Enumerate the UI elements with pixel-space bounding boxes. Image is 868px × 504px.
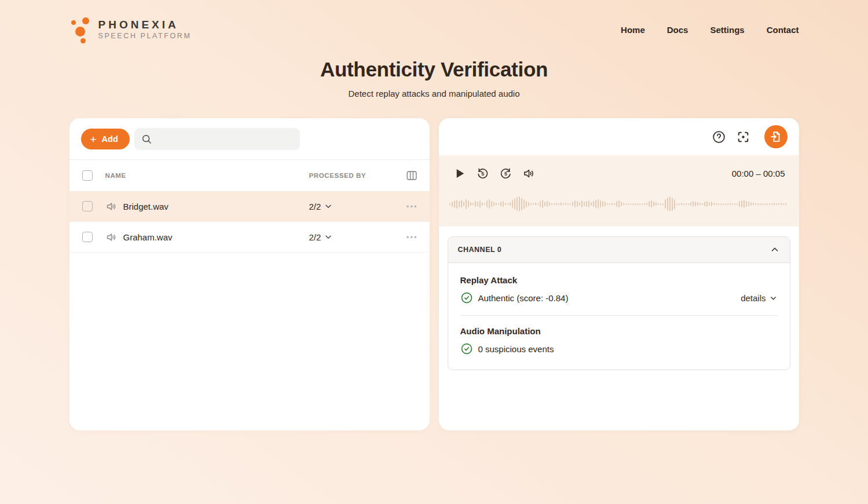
row-checkbox[interactable] bbox=[82, 201, 93, 211]
select-all-checkbox[interactable] bbox=[82, 170, 93, 181]
check-circle-icon bbox=[460, 342, 473, 355]
brand-logo[interactable]: PHONEXIA SPEECH PLATFORM bbox=[69, 16, 192, 43]
chevron-down-icon bbox=[769, 294, 778, 302]
column-header-name: NAME bbox=[105, 172, 309, 179]
channel-header[interactable]: CHANNEL 0 bbox=[448, 237, 790, 263]
ellipsis-icon[interactable]: ••• bbox=[406, 233, 418, 242]
svg-text:5: 5 bbox=[504, 171, 507, 177]
phonexia-dots-icon bbox=[69, 16, 90, 43]
chevron-down-icon bbox=[324, 232, 333, 242]
topbar: PHONEXIA SPEECH PLATFORM Home Docs Setti… bbox=[69, 0, 799, 44]
add-button[interactable]: + Add bbox=[81, 129, 130, 149]
check-circle-icon bbox=[460, 291, 473, 304]
processed-by-toggle[interactable]: 2/2 bbox=[309, 232, 393, 242]
processed-by-toggle[interactable]: 2/2 bbox=[309, 202, 393, 211]
ellipsis-icon[interactable]: ••• bbox=[406, 202, 418, 211]
replay-5-icon: 5 bbox=[476, 167, 489, 180]
results-body: CHANNEL 0 Replay Attack Authentic (score… bbox=[439, 227, 799, 380]
volume-icon bbox=[522, 167, 536, 180]
table-row[interactable]: Graham.wav 2/2 ••• bbox=[69, 222, 430, 253]
search-input[interactable] bbox=[134, 128, 300, 150]
file-name: Graham.wav bbox=[123, 232, 173, 242]
file-arrow-icon bbox=[770, 130, 782, 143]
speaker-icon bbox=[105, 231, 118, 243]
volume-button[interactable] bbox=[522, 167, 536, 180]
files-panel: + Add NAME PROCESSED BY bbox=[69, 118, 430, 430]
channel-title: CHANNEL 0 bbox=[458, 246, 502, 254]
rewind-5-button[interactable]: 5 bbox=[476, 167, 489, 180]
focus-button[interactable] bbox=[736, 130, 750, 144]
play-icon bbox=[453, 167, 466, 180]
audio-manipulation-status: 0 suspicious events bbox=[478, 344, 554, 354]
chevron-down-icon bbox=[324, 202, 333, 211]
forward-5-icon: 5 bbox=[499, 167, 512, 180]
section-divider bbox=[460, 315, 778, 316]
audio-player: 5 5 00:00 – bbox=[439, 155, 799, 227]
time-range: 00:00 – 00:05 bbox=[732, 169, 785, 178]
file-name: Bridget.wav bbox=[123, 202, 169, 211]
details-toggle[interactable]: details bbox=[741, 293, 777, 303]
waveform[interactable] bbox=[449, 195, 789, 213]
brand-name: PHONEXIA bbox=[98, 19, 192, 31]
nav-item-contact[interactable]: Contact bbox=[767, 25, 799, 35]
replay-attack-status: Authentic (score: -0.84) bbox=[478, 293, 569, 303]
focus-frame-icon bbox=[736, 130, 750, 144]
collapse-button[interactable] bbox=[770, 244, 780, 255]
main-nav: Home Docs Settings Contact bbox=[621, 25, 799, 35]
help-button[interactable] bbox=[712, 130, 726, 144]
results-panel: 5 5 00:00 – bbox=[439, 118, 799, 430]
svg-text:5: 5 bbox=[481, 171, 484, 177]
speaker-icon bbox=[105, 200, 118, 213]
table-row[interactable]: Bridget.wav 2/2 ••• bbox=[69, 191, 430, 222]
nav-item-docs[interactable]: Docs bbox=[667, 25, 688, 35]
row-checkbox[interactable] bbox=[82, 232, 93, 242]
nav-item-home[interactable]: Home bbox=[621, 25, 645, 35]
chevron-up-icon bbox=[770, 244, 780, 255]
results-toolbar bbox=[439, 118, 799, 155]
channel-card: CHANNEL 0 Replay Attack Authentic (score… bbox=[448, 236, 790, 370]
brand-tagline: SPEECH PLATFORM bbox=[98, 32, 192, 40]
play-button[interactable] bbox=[453, 167, 466, 180]
page-title: Authenticity Verification bbox=[69, 58, 799, 81]
page-subtitle: Detect replay attacks and manipulated au… bbox=[69, 89, 799, 98]
question-circle-icon bbox=[712, 130, 726, 144]
columns-icon[interactable] bbox=[405, 169, 418, 182]
column-header-processed-by: PROCESSED BY bbox=[309, 172, 393, 179]
files-table-header: NAME PROCESSED BY bbox=[69, 159, 430, 191]
magnifier-icon bbox=[141, 133, 152, 145]
nav-item-settings[interactable]: Settings bbox=[710, 25, 744, 35]
replay-attack-title: Replay Attack bbox=[460, 275, 778, 285]
add-button-label: Add bbox=[102, 134, 118, 144]
export-results-button[interactable] bbox=[764, 125, 788, 148]
audio-manipulation-title: Audio Manipulation bbox=[460, 326, 778, 336]
forward-5-button[interactable]: 5 bbox=[499, 167, 512, 180]
plus-icon: + bbox=[90, 134, 97, 145]
